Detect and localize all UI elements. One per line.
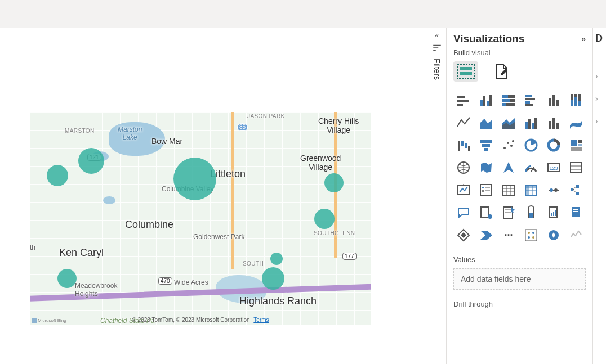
viz-icon-key-influencers[interactable] — [476, 203, 496, 223]
viz-icon-map[interactable] — [453, 158, 474, 178]
viz-icon-multi-row-card[interactable] — [566, 158, 586, 178]
visualizations-pane: Visualizations » Build visual 123··· Val… — [446, 28, 592, 364]
map-terms-link[interactable]: Terms — [253, 317, 269, 323]
svg-rect-38 — [465, 143, 467, 148]
svg-point-77 — [550, 188, 553, 192]
viz-icon-pie[interactable] — [521, 135, 541, 155]
label-southglenn: SOUTHGLENN — [314, 230, 355, 236]
map-attribution: © 2023 TomTom, © 2023 Microsoft Corporat… — [132, 317, 269, 323]
viz-icon-treemap[interactable] — [566, 135, 586, 155]
svg-rect-26 — [571, 100, 573, 106]
svg-rect-6 — [480, 100, 483, 106]
build-visual-tab[interactable] — [453, 61, 478, 82]
viz-icon-more-visuals[interactable]: ··· — [498, 225, 519, 245]
viz-icon-stacked-bar[interactable] — [453, 90, 474, 110]
svg-rect-89 — [551, 213, 552, 216]
viz-icon-clustered-bar[interactable] — [521, 90, 541, 110]
svg-point-98 — [528, 236, 530, 239]
viz-icon-group-visuals[interactable] — [521, 225, 541, 245]
viz-icon-sparkline[interactable] — [566, 225, 586, 245]
viz-icon-line[interactable] — [453, 113, 474, 133]
viz-icon-table[interactable] — [498, 180, 519, 200]
viz-icon-goals[interactable] — [521, 203, 541, 223]
report-canvas[interactable]: 85 121 470 177 MARSTON Marston Lake Bow … — [0, 28, 427, 364]
viz-icon-azure-map[interactable] — [498, 158, 519, 178]
viz-icon-line-clustered-column[interactable] — [521, 113, 541, 133]
viz-icon-stacked-column[interactable] — [543, 90, 564, 110]
svg-rect-39 — [468, 146, 470, 151]
viz-icon-q-and-a[interactable] — [453, 203, 474, 223]
svg-rect-29 — [525, 122, 528, 129]
svg-rect-5 — [457, 104, 463, 106]
ribbon-bar — [0, 0, 606, 28]
svg-point-44 — [507, 142, 509, 144]
viz-icon-python-visual[interactable] — [543, 203, 564, 223]
viz-icon-paginated-report[interactable] — [566, 203, 586, 223]
visualization-gallery: 123··· — [453, 90, 586, 245]
collapse-viz-icon[interactable]: » — [581, 34, 586, 43]
viz-icon-ai-visual[interactable] — [543, 225, 564, 245]
viz-icon-ribbon[interactable] — [566, 113, 586, 133]
map-bubble[interactable] — [78, 148, 104, 174]
viz-icon-power-apps[interactable] — [453, 225, 474, 245]
svg-rect-32 — [534, 118, 537, 129]
map-bubble[interactable] — [47, 165, 68, 186]
map-bubble[interactable] — [324, 173, 344, 192]
map-bubble[interactable] — [262, 267, 284, 290]
svg-rect-13 — [502, 95, 508, 98]
svg-rect-14 — [502, 99, 510, 102]
viz-icon-card[interactable]: 123 — [543, 158, 564, 178]
map-visual[interactable]: 85 121 470 177 MARSTON Marston Lake Bow … — [29, 111, 372, 326]
viz-icon-r-visual[interactable] — [543, 180, 564, 200]
svg-rect-2 — [460, 72, 472, 75]
viz-icon-smart-narrative[interactable] — [498, 203, 519, 223]
svg-rect-15 — [502, 103, 506, 106]
shield-85: 85 — [237, 123, 248, 131]
svg-rect-91 — [555, 210, 556, 216]
viz-icon-stacked-area[interactable] — [498, 113, 519, 133]
svg-rect-3 — [457, 96, 465, 98]
viz-icon-area[interactable] — [476, 113, 496, 133]
data-pane-collapsed[interactable]: D › › › — [592, 28, 606, 364]
viz-icon-line-stacked-column[interactable] — [543, 113, 564, 133]
svg-rect-90 — [553, 212, 554, 216]
viz-icon-funnel[interactable] — [476, 135, 496, 155]
svg-rect-22 — [556, 100, 559, 106]
viz-icon-scatter[interactable] — [498, 135, 519, 155]
svg-rect-49 — [571, 140, 577, 146]
svg-rect-36 — [458, 141, 460, 151]
expand-filters-icon[interactable]: « — [427, 32, 446, 39]
svg-rect-31 — [532, 123, 534, 129]
svg-point-45 — [510, 145, 513, 147]
viz-icon-stacked-column-100[interactable] — [566, 90, 586, 110]
viz-icon-power-automate[interactable] — [476, 225, 496, 245]
svg-rect-4 — [457, 100, 469, 102]
viz-icon-clustered-column[interactable] — [476, 90, 496, 110]
svg-rect-79 — [571, 188, 573, 191]
map-bubble[interactable] — [57, 269, 77, 288]
viz-icon-waterfall[interactable] — [453, 135, 474, 155]
filters-pane-collapsed[interactable]: « Filters — [427, 28, 446, 364]
svg-rect-82 — [481, 207, 489, 217]
svg-rect-52 — [571, 147, 582, 151]
viz-icon-decomposition-tree[interactable] — [566, 180, 586, 200]
filters-pane-title: Filters — [433, 59, 442, 80]
map-bubble[interactable] — [270, 253, 283, 265]
map-bubble[interactable] — [314, 209, 335, 229]
map-bubble[interactable] — [173, 158, 216, 200]
svg-rect-34 — [552, 118, 555, 129]
map-provider-logo: Microsoft Bing — [32, 318, 66, 323]
svg-rect-16 — [525, 95, 532, 97]
viz-icon-filled-map[interactable] — [476, 158, 496, 178]
viz-icon-slicer[interactable] — [476, 180, 496, 200]
viz-icon-gauge[interactable] — [521, 158, 541, 178]
values-field-well[interactable]: Add data fields here — [453, 268, 586, 290]
svg-rect-93 — [573, 209, 578, 210]
format-visual-tab[interactable] — [489, 61, 514, 82]
svg-text:123: 123 — [549, 165, 558, 171]
viz-icon-matrix[interactable] — [521, 180, 541, 200]
viz-icon-kpi[interactable] — [453, 180, 474, 200]
viz-icon-donut[interactable] — [543, 135, 564, 155]
svg-point-99 — [532, 236, 534, 239]
viz-icon-stacked-bar-100[interactable] — [498, 90, 519, 110]
